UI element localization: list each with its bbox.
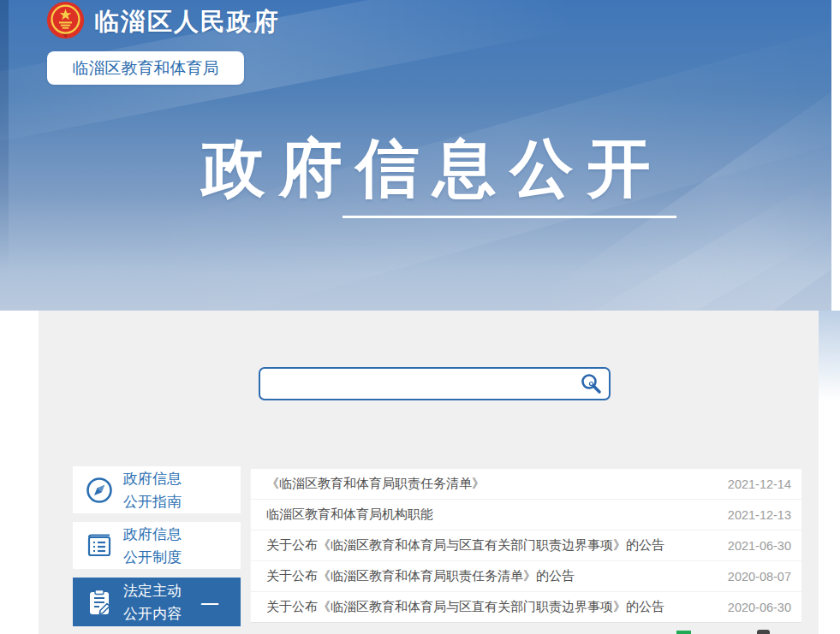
sidebar-item-statutory-disclosure[interactable]: 法定主动 公开内容 — <box>73 578 241 626</box>
footer-partial-dark-icon <box>757 630 770 634</box>
article-date: 2021-12-14 <box>728 477 791 491</box>
national-emblem-icon <box>46 1 85 39</box>
sidebar-item-label: 法定主动 公开内容 <box>123 579 182 625</box>
article-title[interactable]: 关于公布《临淄区教育和体育局与区直有关部门职责边界事项》的公告 <box>266 537 718 554</box>
article-date: 2021-06-30 <box>728 539 791 553</box>
search-icon[interactable] <box>580 372 603 395</box>
article-title[interactable]: 临淄区教育和体育局机构职能 <box>266 507 718 523</box>
article-title[interactable]: 关于公布《临淄区教育和体育局与区直有关部门职责边界事项》的公告 <box>266 599 718 615</box>
footer-partial-green-icon <box>676 631 691 634</box>
rules-document-icon <box>84 530 115 561</box>
clipboard-pencil-icon <box>84 587 115 618</box>
page-title: 政府信息公开 <box>17 127 840 212</box>
sidebar-item-gov-info-guide[interactable]: 政府信息 公开指南 <box>73 466 241 513</box>
department-tab[interactable]: 临淄区教育和体育局 <box>47 51 244 85</box>
search-input[interactable] <box>260 369 583 399</box>
sidebar-item-gov-info-rules[interactable]: 政府信息 公开制度 <box>73 522 241 569</box>
right-edge-fade <box>819 311 840 400</box>
sidebar-item-label: 政府信息 公开制度 <box>123 523 182 569</box>
article-row[interactable]: 关于公布《临淄区教育和体育局与区直有关部门职责边界事项》的公告 2021-06-… <box>251 530 801 561</box>
article-date: 2021-12-13 <box>728 508 791 522</box>
article-row[interactable]: 临淄区教育和体育局机构职能 2021-12-13 <box>251 500 801 530</box>
sidebar-item-label: 政府信息 公开指南 <box>123 467 182 513</box>
article-date: 2020-08-07 <box>728 570 791 584</box>
article-title[interactable]: 关于公布《临淄区教育和体育局职责任务清单》的公告 <box>266 568 718 584</box>
site-title: 临淄区人民政府 <box>94 5 280 39</box>
article-row[interactable]: 关于公布《临淄区教育和体育局职责任务清单》的公告 2020-08-07 <box>251 561 801 592</box>
search-box[interactable] <box>259 367 611 400</box>
banner-left-shade <box>0 0 9 274</box>
article-list: 《临淄区教育和体育局职责任务清单》 2021-12-14 临淄区教育和体育局机构… <box>250 469 801 623</box>
collapse-minus-icon[interactable]: — <box>201 594 218 611</box>
compass-icon <box>84 475 115 506</box>
article-row[interactable]: 《临淄区教育和体育局职责任务清单》 2021-12-14 <box>251 469 801 500</box>
article-title[interactable]: 《临淄区教育和体育局职责任务清单》 <box>266 476 718 492</box>
article-row[interactable]: 关于公布《临淄区教育和体育局与区直有关部门职责边界事项》的公告 2020-06-… <box>251 592 801 623</box>
article-date: 2020-06-30 <box>728 601 791 614</box>
title-underline <box>343 216 676 218</box>
